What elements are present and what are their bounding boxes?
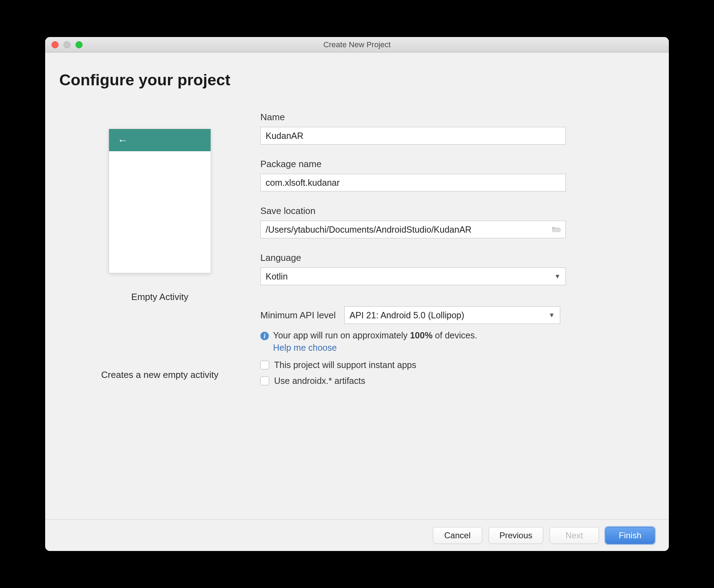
folder-open-icon[interactable] — [551, 225, 562, 234]
field-package: Package name — [260, 159, 655, 191]
form-column: Name Package name Save location — [260, 110, 655, 519]
checkbox-androidx-label: Use androidx.* artifacts — [274, 376, 365, 386]
api-select[interactable]: API 21: Android 5.0 (Lollipop) ▼ — [344, 306, 560, 324]
language-value: Kotlin — [266, 271, 288, 282]
package-input[interactable] — [260, 174, 566, 191]
previous-button[interactable]: Previous — [489, 527, 543, 544]
location-input[interactable] — [260, 221, 566, 238]
info-icon: i — [260, 332, 269, 340]
template-name: Empty Activity — [131, 292, 188, 302]
checkbox-instant-apps[interactable]: This project will support instant apps — [260, 360, 655, 370]
location-label: Save location — [260, 206, 655, 216]
window-title: Create New Project — [45, 40, 669, 49]
api-value: API 21: Android 5.0 (Lollipop) — [350, 310, 464, 320]
language-label: Language — [260, 252, 655, 263]
name-label: Name — [260, 112, 655, 123]
dialog-window: Create New Project Configure your projec… — [45, 37, 669, 551]
info-text-2: of devices. — [432, 330, 477, 340]
finish-button[interactable]: Finish — [605, 527, 655, 544]
template-description: Creates a new empty activity — [101, 369, 218, 380]
chevron-down-icon: ▼ — [554, 273, 561, 280]
checkbox-icon[interactable] — [260, 376, 269, 385]
dialog-footer: Cancel Previous Next Finish — [45, 519, 669, 551]
package-label: Package name — [260, 159, 655, 170]
info-percent: 100% — [410, 330, 432, 340]
name-input[interactable] — [260, 127, 566, 145]
back-arrow-icon: ← — [117, 134, 128, 146]
chevron-down-icon: ▼ — [549, 312, 555, 319]
template-preview: ← — [109, 129, 211, 273]
api-label: Minimum API level — [260, 310, 336, 321]
titlebar: Create New Project — [45, 37, 669, 53]
content-area: Configure your project ← Empty Activity … — [45, 53, 669, 519]
checkbox-androidx[interactable]: Use androidx.* artifacts — [260, 376, 655, 386]
field-name: Name — [260, 112, 655, 145]
next-button: Next — [550, 527, 599, 544]
field-api: Minimum API level API 21: Android 5.0 (L… — [260, 306, 655, 324]
info-text-1: Your app will run on approximately — [273, 330, 410, 340]
language-select[interactable]: Kotlin ▼ — [260, 268, 566, 285]
preview-appbar: ← — [109, 129, 211, 151]
preview-column: ← Empty Activity Creates a new empty act… — [59, 110, 260, 519]
checkbox-icon[interactable] — [260, 361, 269, 369]
body-columns: ← Empty Activity Creates a new empty act… — [59, 110, 655, 519]
cancel-button[interactable]: Cancel — [433, 527, 482, 544]
compatibility-info: i Your app will run on approximately 100… — [260, 330, 655, 341]
field-language: Language Kotlin ▼ — [260, 252, 655, 285]
checkbox-instant-label: This project will support instant apps — [274, 360, 416, 370]
help-me-choose-link[interactable]: Help me choose — [273, 343, 655, 353]
page-title: Configure your project — [59, 71, 655, 89]
field-location: Save location — [260, 206, 655, 238]
